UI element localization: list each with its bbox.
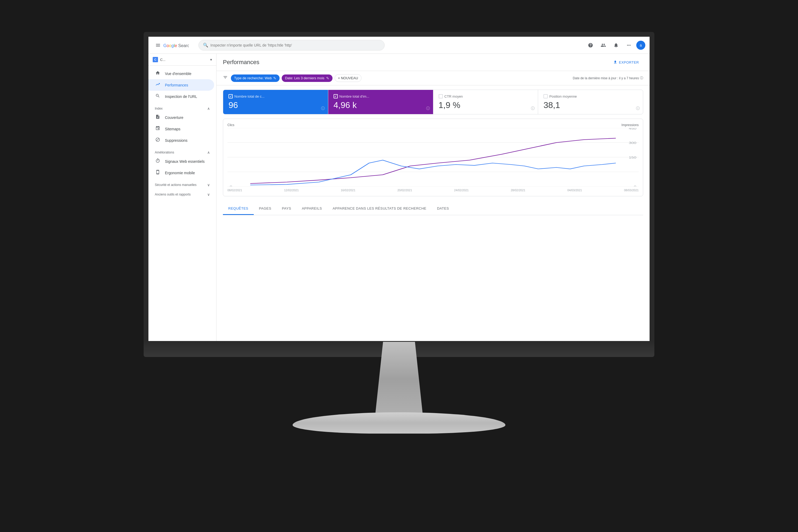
- sidebar-item-sitemaps[interactable]: Sitemaps: [148, 123, 214, 135]
- home-icon: [155, 71, 161, 77]
- metric-header-position: Position moyenne: [544, 94, 638, 98]
- update-text: Date de la dernière mise à jour : il y a…: [573, 76, 639, 80]
- property-name: C...: [160, 58, 208, 62]
- tab-pages[interactable]: PAGES: [254, 203, 277, 215]
- new-filter-label: + NOUVEAU: [338, 76, 358, 80]
- sidebar-item-signaux[interactable]: Signaux Web essentiels: [148, 156, 214, 167]
- chart-date-0: 08/02/2021: [227, 189, 242, 192]
- metric-checkbox-ctr[interactable]: [439, 94, 443, 98]
- tab-appareils[interactable]: APPAREILS: [297, 203, 327, 215]
- chevron-down-icon2: ∨: [207, 192, 210, 196]
- avatar[interactable]: a: [636, 41, 645, 50]
- svg-text:0: 0: [230, 185, 232, 187]
- metric-checkbox-impressions[interactable]: [334, 94, 338, 98]
- svg-text:300: 300: [629, 141, 636, 145]
- filter-chip-date[interactable]: Date: Les 3 derniers mois ✎: [282, 75, 332, 82]
- sidebar-item-ergonomie[interactable]: Ergonomie mobile: [148, 167, 214, 178]
- chart-date-1: 12/02/2021: [284, 189, 299, 192]
- metric-header-clics: Nombre total de c...: [228, 94, 323, 98]
- metric-checkbox-position[interactable]: [544, 94, 548, 98]
- apps-button[interactable]: [624, 40, 634, 51]
- sidebar-item-performances[interactable]: Performances: [148, 79, 214, 91]
- timer-icon: [155, 158, 161, 165]
- sidebar-section-anciens[interactable]: Anciens outils et rapports ∨: [148, 188, 216, 198]
- tab-apparence[interactable]: APPARENCE DANS LES RÉSULTATS DE RECHERCH…: [327, 203, 432, 215]
- metric-label-position: Position moyenne: [549, 94, 577, 98]
- filters-bar: Type de recherche: Web ✎ Date: Les 3 der…: [216, 71, 650, 86]
- edit-icon-1: ✎: [273, 76, 277, 80]
- impressions-line: [250, 138, 616, 184]
- chart-dates: 08/02/2021 12/02/2021 16/02/2021 20/02/2…: [227, 189, 639, 192]
- tab-dates[interactable]: DATES: [432, 203, 454, 215]
- index-section-label: Index: [155, 107, 163, 110]
- metric-label-ctr: CTR moyen: [444, 94, 463, 98]
- menu-icon[interactable]: [153, 40, 163, 51]
- anciens-section-label: Anciens outils et rapports: [155, 193, 191, 196]
- update-info: Date de la dernière mise à jour : il y a…: [573, 76, 643, 80]
- metric-info-icon-impressions: ⓘ: [426, 106, 430, 111]
- chart-date-4: 24/02/2021: [454, 189, 469, 192]
- sidebar-item-url-inspection[interactable]: Inspection de l'URL: [148, 91, 214, 102]
- navbar: Google Search Console 🔍: [148, 37, 650, 54]
- search-input[interactable]: [210, 43, 380, 48]
- metric-checkbox-clics[interactable]: [228, 94, 233, 98]
- securite-section-label: Sécurité et actions manuelles: [155, 183, 196, 187]
- svg-text:Google 
              Search C: Google Search Console: [163, 43, 189, 48]
- page-title: Performances: [223, 59, 609, 66]
- sidebar-item-couverture[interactable]: Couverture: [148, 112, 214, 123]
- trend-icon: [155, 82, 161, 88]
- metrics-container: Nombre total de c... 96 ⓘ Nombre total d…: [223, 90, 643, 114]
- ameliorations-section-label: Améliorations: [155, 151, 174, 154]
- metric-value-ctr: 1,9 %: [439, 100, 533, 110]
- sidebar-item-label-signaux: Signaux Web essentiels: [165, 159, 205, 164]
- sidebar-section-index[interactable]: Index ∧: [148, 102, 216, 112]
- monitor-base: [292, 412, 506, 434]
- sidebar-section-ameliorations[interactable]: Améliorations ∧: [148, 146, 216, 156]
- metric-info-icon-position: ⓘ: [636, 106, 640, 111]
- search-icon: 🔍: [203, 42, 208, 48]
- tabs-container: REQUÊTES PAGES PAYS APPAREILS APPARENCE …: [223, 203, 643, 215]
- svg-text:450: 450: [629, 128, 636, 130]
- block-icon: [155, 137, 161, 144]
- new-filter-button[interactable]: + NOUVEAU: [335, 74, 362, 82]
- metric-header-impressions: Nombre total d'im...: [334, 94, 428, 98]
- info-icon: ⓘ: [640, 76, 643, 80]
- help-button[interactable]: [585, 40, 596, 51]
- metric-label-clics: Nombre total de c...: [234, 94, 264, 98]
- metric-label-impressions: Nombre total d'im...: [339, 94, 369, 98]
- sidebar-section-securite[interactable]: Sécurité et actions manuelles ∨: [148, 178, 216, 188]
- dropdown-icon: ▾: [210, 57, 212, 62]
- metric-card-impressions[interactable]: Nombre total d'im... 4,96 k ⓘ: [328, 90, 433, 114]
- filter-chip-search-type[interactable]: Type de recherche: Web ✎: [231, 75, 280, 82]
- search-bar[interactable]: 🔍: [198, 40, 385, 51]
- chart-labels: Clics Impressions: [227, 123, 639, 127]
- main-layout: C C... ▾ Vue d'ensemble: [148, 54, 650, 341]
- property-selector[interactable]: C C... ▾: [148, 54, 216, 66]
- bell-button[interactable]: [611, 40, 621, 51]
- svg-text:0: 0: [634, 185, 636, 187]
- clicks-line: [250, 160, 616, 185]
- sidebar-item-overview[interactable]: Vue d'ensemble: [148, 68, 214, 79]
- file-icon: [155, 114, 161, 120]
- chart-date-7: 08/03/2021: [624, 189, 639, 192]
- sidebar-item-label-performances: Performances: [165, 83, 188, 87]
- users-button[interactable]: [598, 40, 609, 51]
- sidebar-item-label-sitemaps: Sitemaps: [165, 127, 180, 131]
- chart-label-impressions: Impressions: [621, 123, 639, 127]
- chevron-down-icon: ∨: [207, 183, 210, 187]
- page-header: Performances EXPORTER: [216, 54, 650, 71]
- metric-card-position[interactable]: Position moyenne 38,1 ⓘ: [538, 90, 643, 114]
- tab-requetes[interactable]: REQUÊTES: [223, 203, 254, 215]
- gsc-app: Google Search Console 🔍: [148, 37, 650, 341]
- chart-svg: 450 300 150 0 0: [227, 128, 639, 187]
- metric-card-clics[interactable]: Nombre total de c... 96 ⓘ: [223, 90, 328, 114]
- filter-chip-label-1: Type de recherche: Web: [234, 76, 271, 80]
- export-button[interactable]: EXPORTER: [609, 58, 643, 66]
- chevron-up-icon2: ∧: [207, 150, 210, 155]
- sidebar-item-label-couverture: Couverture: [165, 115, 183, 120]
- tab-pays[interactable]: PAYS: [277, 203, 297, 215]
- mobile-icon: [155, 170, 161, 176]
- sidebar-item-suppressions[interactable]: Suppressions: [148, 135, 214, 146]
- metric-card-ctr[interactable]: CTR moyen 1,9 % ⓘ: [433, 90, 538, 114]
- property-icon: C: [153, 57, 158, 62]
